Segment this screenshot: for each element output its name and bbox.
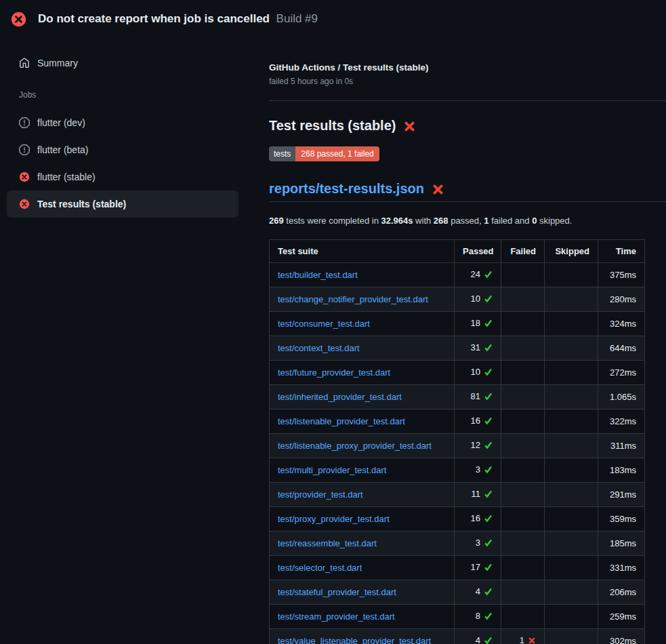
check-icon xyxy=(484,587,493,599)
check-icon xyxy=(484,270,493,281)
skipped-cell xyxy=(545,361,598,385)
stop-icon xyxy=(19,144,30,155)
sidebar-item-flutter-beta[interactable]: flutter (beta) xyxy=(7,136,238,163)
time-cell: 280ms xyxy=(598,287,645,312)
skipped-cell xyxy=(545,483,598,507)
test-results-table-body: test/builder_test.dart24375mstest/change… xyxy=(270,263,645,644)
failed-cell xyxy=(501,409,545,434)
suite-link[interactable]: test/consumer_test.dart xyxy=(278,319,370,329)
failed-cell xyxy=(501,287,545,312)
table-row: test/selector_test.dart17331ms xyxy=(270,556,645,580)
failed-cell xyxy=(501,483,545,507)
sidebar-item-flutter-stable[interactable]: flutter (stable) xyxy=(7,163,238,190)
suite-link[interactable]: test/listenable_provider_test.dart xyxy=(278,416,405,426)
suite-link[interactable]: test/reassemble_test.dart xyxy=(278,538,377,548)
skipped-cell xyxy=(545,434,598,458)
sidebar-item-flutter-dev[interactable]: flutter (dev) xyxy=(7,109,238,136)
table-row: test/inherited_provider_test.dart811.065… xyxy=(270,385,645,409)
suite-link[interactable]: test/listenable_proxy_provider_test.dart xyxy=(278,441,432,451)
sidebar-item-summary[interactable]: Summary xyxy=(7,49,238,77)
passed-cell: 24 xyxy=(455,263,501,287)
suite-link[interactable]: test/stateful_provider_test.dart xyxy=(278,587,396,597)
failed-cell xyxy=(501,434,545,458)
failed-cell xyxy=(501,312,545,336)
sidebar-item-label: flutter (beta) xyxy=(37,144,88,155)
build-number: Build #9 xyxy=(276,12,318,25)
column-header-time: Time xyxy=(598,240,645,263)
check-icon xyxy=(484,514,493,525)
suite-cell: test/change_notifier_provider_test.dart xyxy=(270,287,455,312)
suite-link[interactable]: test/stream_provider_test.dart xyxy=(278,611,395,622)
failed-cell xyxy=(501,556,545,580)
column-header-skipped: Skipped xyxy=(545,240,598,263)
suite-cell: test/listenable_provider_test.dart xyxy=(270,409,455,434)
table-row: test/reassemble_test.dart3185ms xyxy=(270,531,645,556)
suite-link[interactable]: test/multi_provider_test.dart xyxy=(278,465,386,475)
column-header-failed: Failed xyxy=(501,240,545,263)
check-icon xyxy=(484,319,493,330)
suite-cell: test/stateful_provider_test.dart xyxy=(270,580,455,605)
suite-cell: test/value_listenable_provider_test.dart xyxy=(270,629,455,644)
badge-label: tests xyxy=(269,146,295,161)
report-heading: reports/test-results.json xyxy=(269,180,666,202)
build-header: Do not create report when job is cancell… xyxy=(0,0,666,38)
suite-link[interactable]: test/builder_test.dart xyxy=(278,270,358,280)
summary-number: 1 xyxy=(484,216,488,226)
tests-badge: tests 268 passed, 1 failed xyxy=(269,146,379,161)
suite-link[interactable]: test/provider_test.dart xyxy=(278,489,363,500)
check-icon xyxy=(484,367,493,379)
summary-sentence: 269 tests were completed in 32.964s with… xyxy=(269,215,666,226)
skipped-cell xyxy=(545,629,598,644)
suite-link[interactable]: test/proxy_provider_test.dart xyxy=(278,514,390,524)
suite-cell: test/future_provider_test.dart xyxy=(270,361,455,385)
summary-number: 269 xyxy=(269,216,284,226)
suite-link[interactable]: test/selector_test.dart xyxy=(278,563,362,573)
suite-cell: test/selector_test.dart xyxy=(270,556,455,580)
suite-cell: test/listenable_proxy_provider_test.dart xyxy=(270,434,455,458)
check-icon xyxy=(484,294,493,306)
passed-cell: 10 xyxy=(455,287,501,312)
sidebar-item-label: Test results (stable) xyxy=(37,199,126,209)
cross-icon xyxy=(528,636,536,644)
jobs-heading: Jobs xyxy=(19,90,238,101)
divider xyxy=(269,100,666,101)
table-row: test/builder_test.dart24375ms xyxy=(270,263,645,287)
passed-cell: 4 xyxy=(455,629,501,644)
check-icon xyxy=(484,441,493,452)
summary-number: 32.964s xyxy=(381,216,413,226)
passed-cell: 12 xyxy=(455,434,501,458)
failed-cell xyxy=(501,263,545,287)
column-header-passed: Passed xyxy=(455,240,501,263)
passed-cell: 10 xyxy=(455,361,501,385)
suite-cell: test/builder_test.dart xyxy=(270,263,455,287)
red-cross-icon xyxy=(403,119,416,132)
summary-number: 268 xyxy=(434,216,449,226)
table-row: test/change_notifier_provider_test.dart1… xyxy=(270,287,645,312)
passed-cell: 18 xyxy=(455,312,501,336)
suite-link[interactable]: test/context_test.dart xyxy=(278,343,360,353)
check-icon xyxy=(484,392,493,403)
time-cell: 375ms xyxy=(598,263,645,287)
table-row: test/context_test.dart31644ms xyxy=(270,336,645,361)
summary-text: failed and xyxy=(489,216,533,226)
passed-cell: 3 xyxy=(455,531,501,556)
failed-cell xyxy=(501,507,545,531)
report-title-link[interactable]: reports/test-results.json xyxy=(269,180,424,197)
breadcrumb: GitHub Actions / Test results (stable) xyxy=(269,62,666,73)
x-circle-fill-icon xyxy=(11,12,26,27)
time-cell: 272ms xyxy=(598,361,645,385)
suite-cell: test/multi_provider_test.dart xyxy=(270,458,455,483)
suite-link[interactable]: test/value_listenable_provider_test.dart xyxy=(278,636,431,644)
suite-link[interactable]: test/inherited_provider_test.dart xyxy=(278,392,402,402)
check-icon xyxy=(484,465,493,477)
failed-cell: 1 xyxy=(501,629,545,644)
skipped-cell xyxy=(545,531,598,556)
time-cell: 1.065s xyxy=(598,385,645,409)
failed-cell xyxy=(501,605,545,629)
passed-cell: 3 xyxy=(455,458,501,483)
suite-link[interactable]: test/future_provider_test.dart xyxy=(278,367,390,378)
suite-cell: test/provider_test.dart xyxy=(270,483,455,507)
sidebar-item-test-results-stable[interactable]: Test results (stable) xyxy=(7,190,238,218)
check-icon xyxy=(484,416,493,428)
suite-link[interactable]: test/change_notifier_provider_test.dart xyxy=(278,294,428,304)
